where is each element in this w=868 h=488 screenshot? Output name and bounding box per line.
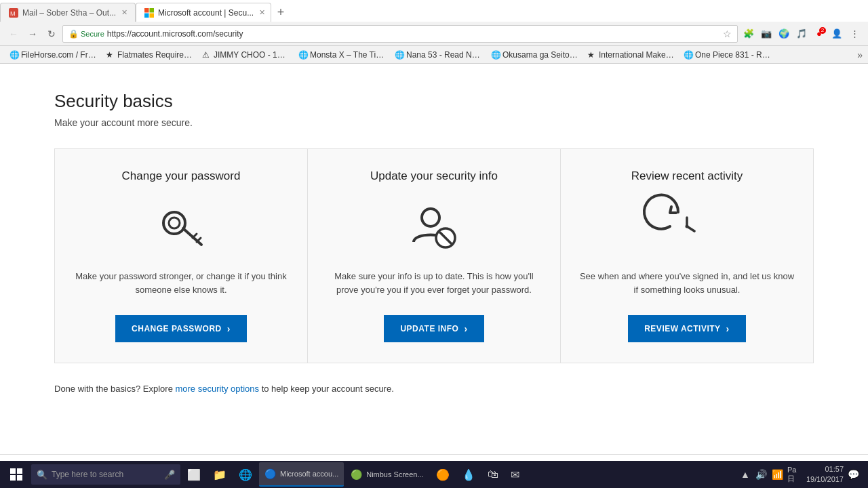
nana-favicon: 🌐 [395, 50, 404, 60]
footer-text-after: to help keep your account secure. [259, 384, 394, 394]
bookmark-international[interactable]: ★ International Makeur... [583, 49, 678, 61]
svg-rect-3 [150, 8, 155, 13]
address-bar[interactable]: 🔒 Secure https://account.microsoft.com/s… [62, 25, 738, 43]
monsta-favicon: 🌐 [298, 50, 308, 60]
taskbar-task-view[interactable]: ⬜ [182, 462, 206, 487]
svg-point-6 [163, 212, 185, 234]
new-tab-button[interactable]: + [271, 3, 290, 22]
footer-text-before: Done with the basics? Explore [54, 384, 175, 394]
taskbar-vlc[interactable]: 🟠 [431, 462, 455, 487]
change-password-button-label: CHANGE PASSWORD [132, 324, 222, 333]
change-password-arrow-icon: › [227, 323, 231, 334]
bookmark-jimmy[interactable]: ⚠ JIMMY CHOO - 100... [198, 49, 293, 61]
page-subtitle: Make your account more secure. [54, 117, 814, 128]
review-activity-button[interactable]: REVIEW ACTIVITY › [628, 315, 746, 342]
menu-icon[interactable]: ⋮ [846, 26, 863, 42]
taskbar-dropbox[interactable]: 💧 [456, 462, 481, 487]
browser-icon-1[interactable]: 🌍 [776, 26, 792, 42]
explorer-icon: 📁 [213, 468, 226, 481]
nav-icons: 🧩 📷 🌍 🎵 ● 2 👤 ⋮ [741, 26, 863, 42]
tray-network[interactable]: 📶 [771, 468, 785, 481]
update-info-arrow-icon: › [464, 323, 467, 334]
taskbar-nimbus-label: Nimbus Screen... [366, 470, 423, 479]
history-icon [660, 199, 714, 253]
profile-icon[interactable]: 👤 [829, 26, 845, 42]
review-activity-text: See when and where you've signed in, and… [577, 270, 797, 296]
bookmark-onepiece[interactable]: 🌐 One Piece 831 - Rea... [679, 49, 774, 61]
tray-chevron[interactable]: ▲ [738, 468, 752, 481]
taskbar-tray: ▲ 🔊 📶 Pa日 01:57 19/10/2017 💬 [738, 464, 865, 485]
nimbus-icon[interactable]: 📷 [758, 26, 774, 42]
svg-text:M: M [10, 10, 16, 17]
tray-volume[interactable]: 🔊 [755, 468, 768, 481]
tab-security[interactable]: Microsoft account | Secu... ✕ [136, 3, 271, 22]
taskbar-store[interactable]: 🛍 [482, 462, 504, 487]
search-icon: 🔍 [37, 470, 47, 480]
url-text: https://account.microsoft.com/security [107, 29, 243, 39]
bookmark-flatmates[interactable]: ★ Flatmates Required -... [102, 49, 197, 61]
tab-mail-close[interactable]: ✕ [120, 8, 129, 17]
tray-clock[interactable]: 01:57 19/10/2017 [806, 464, 844, 485]
start-button[interactable] [3, 461, 30, 488]
forward-button[interactable]: → [24, 26, 41, 42]
tray-notification[interactable]: 💬 [846, 468, 860, 481]
svg-point-7 [169, 218, 180, 228]
bookmark-filehorse[interactable]: 🌐 FileHorse.com / Free... [5, 49, 100, 61]
onepiece-favicon: 🌐 [684, 50, 693, 60]
tab-security-label: Microsoft account | Secu... [158, 8, 254, 18]
taskbar-mail[interactable]: ✉ [505, 462, 525, 487]
browser-icon-2[interactable]: 🎵 [793, 26, 810, 42]
bookmark-nana[interactable]: 🌐 Nana 53 - Read Nam... [391, 49, 486, 61]
flatmates-favicon: ★ [106, 50, 115, 60]
vlc-icon: 🟠 [436, 468, 450, 481]
svg-rect-5 [150, 13, 155, 18]
taskbar-explorer[interactable]: 📁 [208, 462, 232, 487]
tab-mail[interactable]: M Mail – Sober Stha – Out... ✕ [0, 3, 136, 22]
security-cards: Change your password Make your password … [54, 148, 814, 363]
taskbar-search[interactable]: 🔍 🎤 [31, 464, 180, 485]
store-icon: 🛍 [488, 468, 498, 481]
tabs-bar: M Mail – Sober Stha – Out... ✕ Microsoft… [0, 0, 868, 22]
update-info-button[interactable]: UPDATE INFO › [384, 315, 484, 342]
svg-line-10 [197, 238, 201, 242]
tab-security-close[interactable]: ✕ [258, 8, 267, 17]
bookmark-nana-label: Nana 53 - Read Nam... [406, 50, 481, 60]
more-security-options-link[interactable]: more security options [175, 384, 259, 394]
lock-icon: 🔒 [68, 29, 79, 39]
tray-ime[interactable]: Pa日 [787, 468, 804, 481]
taskbar-chrome[interactable]: 🌐 [233, 462, 258, 487]
clock-time: 01:57 [806, 464, 844, 474]
svg-rect-4 [144, 13, 149, 18]
secure-badge: 🔒 Secure [68, 29, 104, 39]
nimbus-taskbar-icon: 🟢 [351, 469, 362, 480]
refresh-button[interactable]: ↻ [43, 26, 60, 42]
bookmark-monsta[interactable]: 🌐 Monsta X – The Tige... [294, 49, 389, 61]
bookmark-star[interactable]: ☆ [723, 28, 732, 39]
bookmarks-bar: 🌐 FileHorse.com / Free... ★ Flatmates Re… [0, 46, 868, 64]
microphone-icon[interactable]: 🎤 [164, 470, 175, 480]
bookmarks-more[interactable]: » [857, 49, 863, 60]
change-password-button[interactable]: CHANGE PASSWORD › [115, 315, 247, 342]
update-info-button-label: UPDATE INFO [400, 324, 458, 333]
bookmark-onepiece-label: One Piece 831 - Rea... [695, 50, 770, 60]
page-content: Security basics Make your account more s… [0, 64, 868, 454]
ms-favicon [144, 8, 154, 18]
bookmark-okusama-label: Okusama ga Seito Ka... [502, 50, 578, 60]
mail-icon: ✉ [511, 468, 519, 481]
review-activity-title: Review recent activity [631, 169, 743, 183]
svg-point-16 [686, 225, 689, 228]
svg-rect-2 [144, 8, 149, 13]
nav-bar: ← → ↻ 🔒 Secure https://account.microsoft… [0, 22, 868, 46]
taskbar-ms-account[interactable]: 🔵 Microsoft accou... [259, 462, 344, 487]
bookmark-okusama[interactable]: 🌐 Okusama ga Seito Ka... [487, 49, 582, 61]
mail-favicon: M [9, 8, 18, 18]
browser-icon-3[interactable]: ● 2 [811, 26, 827, 42]
user-security-icon [407, 199, 461, 253]
chrome-icon: 🌐 [239, 468, 252, 481]
extensions-icon[interactable]: 🧩 [741, 26, 757, 42]
svg-line-8 [183, 228, 201, 245]
bookmark-flatmates-label: Flatmates Required -... [117, 50, 193, 60]
back-button[interactable]: ← [5, 26, 22, 42]
taskbar-nimbus[interactable]: 🟢 Nimbus Screen... [345, 462, 429, 487]
taskbar-search-input[interactable] [52, 470, 160, 479]
